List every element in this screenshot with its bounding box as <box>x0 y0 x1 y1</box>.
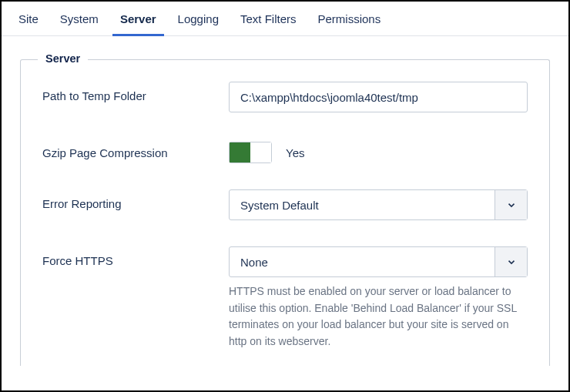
settings-panel: Site System Server Logging Text Filters … <box>0 0 570 392</box>
fieldset-legend: Server <box>38 52 88 65</box>
label-error-reporting: Error Reporting <box>42 189 229 210</box>
label-gzip: Gzip Page Compression <box>42 139 229 159</box>
row-force-https: Force HTTPS None HTTPS must be enabled o… <box>42 246 528 350</box>
tabs-bar: Site System Server Logging Text Filters … <box>2 2 568 36</box>
select-error-reporting-value: System Default <box>230 190 495 219</box>
tab-text-filters[interactable]: Text Filters <box>230 2 307 35</box>
help-force-https: HTTPS must be enabled on your server or … <box>229 283 528 350</box>
chevron-down-icon <box>495 190 527 219</box>
tab-system[interactable]: System <box>49 2 109 35</box>
row-tmp-path: Path to Temp Folder <box>42 82 528 112</box>
select-force-https-value: None <box>230 247 495 276</box>
select-error-reporting[interactable]: System Default <box>229 189 528 220</box>
toggle-on-segment <box>230 142 250 162</box>
chevron-down-icon <box>495 247 527 276</box>
toggle-off-segment <box>250 142 271 162</box>
select-force-https[interactable]: None <box>229 246 528 277</box>
row-error-reporting: Error Reporting System Default <box>42 189 528 220</box>
toggle-gzip[interactable] <box>229 142 272 163</box>
input-tmp-path[interactable] <box>229 82 528 112</box>
tab-logging[interactable]: Logging <box>167 2 230 35</box>
label-tmp-path: Path to Temp Folder <box>42 82 229 102</box>
label-force-https: Force HTTPS <box>42 246 229 267</box>
row-gzip: Gzip Page Compression Yes <box>42 139 528 163</box>
tab-site[interactable]: Site <box>8 2 49 35</box>
toggle-gzip-state: Yes <box>286 146 304 159</box>
tab-server[interactable]: Server <box>109 2 167 35</box>
tab-content: Server Path to Temp Folder Gzip Page Com… <box>2 36 568 366</box>
tab-permissions[interactable]: Permissions <box>307 2 392 35</box>
server-fieldset: Server Path to Temp Folder Gzip Page Com… <box>20 59 550 366</box>
